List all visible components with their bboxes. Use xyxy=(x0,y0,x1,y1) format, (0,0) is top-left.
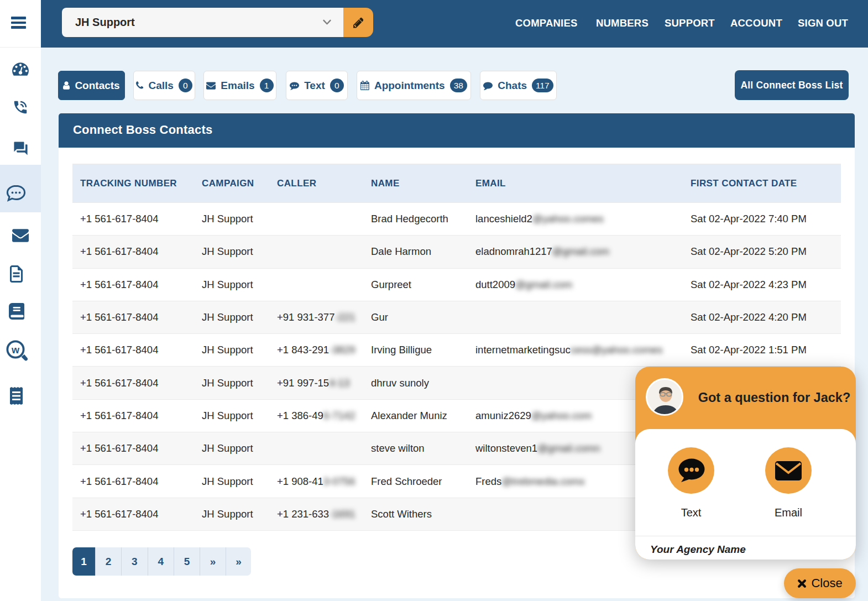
svg-text:w: w xyxy=(11,344,20,356)
